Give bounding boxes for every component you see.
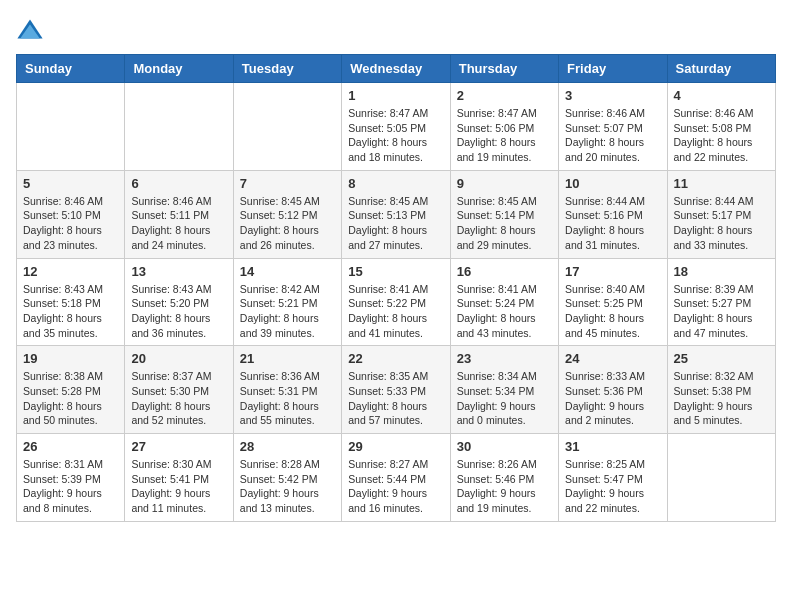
day-number: 23: [457, 351, 552, 366]
calendar-cell: 2Sunrise: 8:47 AM Sunset: 5:06 PM Daylig…: [450, 83, 558, 171]
day-info: Sunrise: 8:45 AM Sunset: 5:14 PM Dayligh…: [457, 194, 552, 253]
day-info: Sunrise: 8:28 AM Sunset: 5:42 PM Dayligh…: [240, 457, 335, 516]
day-number: 12: [23, 264, 118, 279]
calendar-cell: 14Sunrise: 8:42 AM Sunset: 5:21 PM Dayli…: [233, 258, 341, 346]
calendar-header-thursday: Thursday: [450, 55, 558, 83]
calendar-cell: 5Sunrise: 8:46 AM Sunset: 5:10 PM Daylig…: [17, 170, 125, 258]
day-number: 7: [240, 176, 335, 191]
day-number: 3: [565, 88, 660, 103]
day-info: Sunrise: 8:42 AM Sunset: 5:21 PM Dayligh…: [240, 282, 335, 341]
day-info: Sunrise: 8:26 AM Sunset: 5:46 PM Dayligh…: [457, 457, 552, 516]
calendar-week-row: 26Sunrise: 8:31 AM Sunset: 5:39 PM Dayli…: [17, 434, 776, 522]
day-number: 30: [457, 439, 552, 454]
calendar-header-friday: Friday: [559, 55, 667, 83]
day-info: Sunrise: 8:39 AM Sunset: 5:27 PM Dayligh…: [674, 282, 769, 341]
calendar-header-wednesday: Wednesday: [342, 55, 450, 83]
day-number: 8: [348, 176, 443, 191]
calendar-cell: 28Sunrise: 8:28 AM Sunset: 5:42 PM Dayli…: [233, 434, 341, 522]
calendar-cell: [125, 83, 233, 171]
day-info: Sunrise: 8:37 AM Sunset: 5:30 PM Dayligh…: [131, 369, 226, 428]
calendar-header-row: SundayMondayTuesdayWednesdayThursdayFrid…: [17, 55, 776, 83]
day-info: Sunrise: 8:41 AM Sunset: 5:24 PM Dayligh…: [457, 282, 552, 341]
day-info: Sunrise: 8:43 AM Sunset: 5:20 PM Dayligh…: [131, 282, 226, 341]
calendar-cell: 26Sunrise: 8:31 AM Sunset: 5:39 PM Dayli…: [17, 434, 125, 522]
calendar-header-saturday: Saturday: [667, 55, 775, 83]
day-number: 4: [674, 88, 769, 103]
calendar-cell: 1Sunrise: 8:47 AM Sunset: 5:05 PM Daylig…: [342, 83, 450, 171]
calendar-cell: [17, 83, 125, 171]
day-number: 6: [131, 176, 226, 191]
day-number: 24: [565, 351, 660, 366]
calendar-week-row: 1Sunrise: 8:47 AM Sunset: 5:05 PM Daylig…: [17, 83, 776, 171]
calendar-cell: 25Sunrise: 8:32 AM Sunset: 5:38 PM Dayli…: [667, 346, 775, 434]
day-info: Sunrise: 8:46 AM Sunset: 5:08 PM Dayligh…: [674, 106, 769, 165]
page-header: [16, 16, 776, 44]
day-info: Sunrise: 8:45 AM Sunset: 5:12 PM Dayligh…: [240, 194, 335, 253]
day-number: 1: [348, 88, 443, 103]
day-number: 18: [674, 264, 769, 279]
calendar-cell: 6Sunrise: 8:46 AM Sunset: 5:11 PM Daylig…: [125, 170, 233, 258]
calendar-cell: [233, 83, 341, 171]
day-number: 25: [674, 351, 769, 366]
day-number: 28: [240, 439, 335, 454]
calendar-week-row: 12Sunrise: 8:43 AM Sunset: 5:18 PM Dayli…: [17, 258, 776, 346]
calendar-cell: 3Sunrise: 8:46 AM Sunset: 5:07 PM Daylig…: [559, 83, 667, 171]
day-number: 31: [565, 439, 660, 454]
calendar-cell: 10Sunrise: 8:44 AM Sunset: 5:16 PM Dayli…: [559, 170, 667, 258]
calendar-cell: 7Sunrise: 8:45 AM Sunset: 5:12 PM Daylig…: [233, 170, 341, 258]
day-number: 22: [348, 351, 443, 366]
day-number: 19: [23, 351, 118, 366]
calendar-cell: 18Sunrise: 8:39 AM Sunset: 5:27 PM Dayli…: [667, 258, 775, 346]
day-info: Sunrise: 8:46 AM Sunset: 5:10 PM Dayligh…: [23, 194, 118, 253]
calendar-cell: 15Sunrise: 8:41 AM Sunset: 5:22 PM Dayli…: [342, 258, 450, 346]
day-number: 5: [23, 176, 118, 191]
day-number: 10: [565, 176, 660, 191]
calendar-cell: 24Sunrise: 8:33 AM Sunset: 5:36 PM Dayli…: [559, 346, 667, 434]
calendar-week-row: 5Sunrise: 8:46 AM Sunset: 5:10 PM Daylig…: [17, 170, 776, 258]
day-info: Sunrise: 8:46 AM Sunset: 5:07 PM Dayligh…: [565, 106, 660, 165]
day-info: Sunrise: 8:40 AM Sunset: 5:25 PM Dayligh…: [565, 282, 660, 341]
calendar-cell: 13Sunrise: 8:43 AM Sunset: 5:20 PM Dayli…: [125, 258, 233, 346]
day-info: Sunrise: 8:44 AM Sunset: 5:17 PM Dayligh…: [674, 194, 769, 253]
day-number: 2: [457, 88, 552, 103]
day-info: Sunrise: 8:30 AM Sunset: 5:41 PM Dayligh…: [131, 457, 226, 516]
calendar-cell: 19Sunrise: 8:38 AM Sunset: 5:28 PM Dayli…: [17, 346, 125, 434]
calendar-cell: 27Sunrise: 8:30 AM Sunset: 5:41 PM Dayli…: [125, 434, 233, 522]
calendar-cell: 9Sunrise: 8:45 AM Sunset: 5:14 PM Daylig…: [450, 170, 558, 258]
calendar-header-tuesday: Tuesday: [233, 55, 341, 83]
calendar-cell: 20Sunrise: 8:37 AM Sunset: 5:30 PM Dayli…: [125, 346, 233, 434]
day-info: Sunrise: 8:45 AM Sunset: 5:13 PM Dayligh…: [348, 194, 443, 253]
day-info: Sunrise: 8:41 AM Sunset: 5:22 PM Dayligh…: [348, 282, 443, 341]
calendar-cell: 21Sunrise: 8:36 AM Sunset: 5:31 PM Dayli…: [233, 346, 341, 434]
day-info: Sunrise: 8:43 AM Sunset: 5:18 PM Dayligh…: [23, 282, 118, 341]
day-info: Sunrise: 8:32 AM Sunset: 5:38 PM Dayligh…: [674, 369, 769, 428]
day-number: 9: [457, 176, 552, 191]
calendar-cell: 16Sunrise: 8:41 AM Sunset: 5:24 PM Dayli…: [450, 258, 558, 346]
day-info: Sunrise: 8:27 AM Sunset: 5:44 PM Dayligh…: [348, 457, 443, 516]
day-info: Sunrise: 8:34 AM Sunset: 5:34 PM Dayligh…: [457, 369, 552, 428]
day-number: 26: [23, 439, 118, 454]
day-number: 11: [674, 176, 769, 191]
calendar-week-row: 19Sunrise: 8:38 AM Sunset: 5:28 PM Dayli…: [17, 346, 776, 434]
calendar-cell: 4Sunrise: 8:46 AM Sunset: 5:08 PM Daylig…: [667, 83, 775, 171]
day-info: Sunrise: 8:25 AM Sunset: 5:47 PM Dayligh…: [565, 457, 660, 516]
day-number: 16: [457, 264, 552, 279]
day-number: 21: [240, 351, 335, 366]
calendar-cell: 8Sunrise: 8:45 AM Sunset: 5:13 PM Daylig…: [342, 170, 450, 258]
day-number: 17: [565, 264, 660, 279]
calendar-cell: 29Sunrise: 8:27 AM Sunset: 5:44 PM Dayli…: [342, 434, 450, 522]
day-number: 15: [348, 264, 443, 279]
day-info: Sunrise: 8:47 AM Sunset: 5:06 PM Dayligh…: [457, 106, 552, 165]
day-info: Sunrise: 8:31 AM Sunset: 5:39 PM Dayligh…: [23, 457, 118, 516]
logo: [16, 16, 48, 44]
calendar-cell: 11Sunrise: 8:44 AM Sunset: 5:17 PM Dayli…: [667, 170, 775, 258]
day-number: 27: [131, 439, 226, 454]
calendar-header-monday: Monday: [125, 55, 233, 83]
calendar-cell: 22Sunrise: 8:35 AM Sunset: 5:33 PM Dayli…: [342, 346, 450, 434]
day-number: 29: [348, 439, 443, 454]
day-info: Sunrise: 8:35 AM Sunset: 5:33 PM Dayligh…: [348, 369, 443, 428]
calendar-cell: 17Sunrise: 8:40 AM Sunset: 5:25 PM Dayli…: [559, 258, 667, 346]
day-number: 20: [131, 351, 226, 366]
day-number: 13: [131, 264, 226, 279]
calendar-cell: 30Sunrise: 8:26 AM Sunset: 5:46 PM Dayli…: [450, 434, 558, 522]
